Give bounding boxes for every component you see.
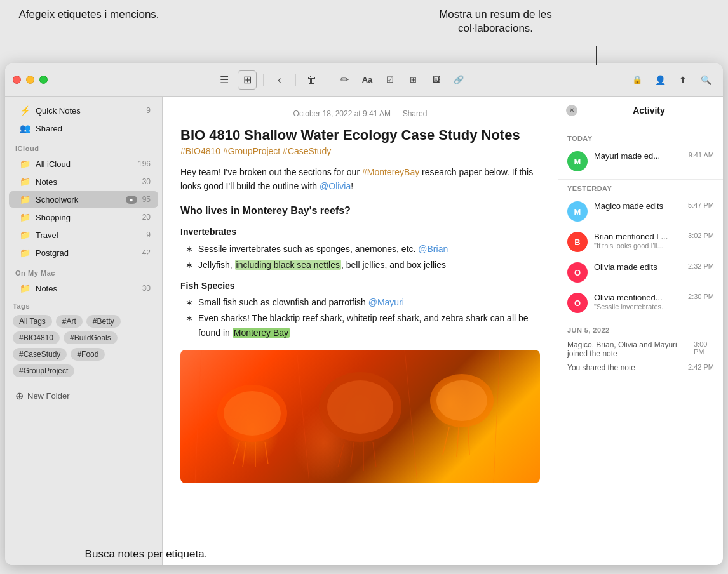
label-notes-icloud: Notes	[36, 177, 140, 187]
mention-montereybay: #MontereyBay	[362, 167, 419, 177]
font-icon[interactable]: Aa	[358, 70, 377, 90]
activity-divider-2	[558, 321, 723, 321]
count-travel: 9	[146, 230, 151, 239]
note-body: Hey team! I've broken out the sections f…	[180, 165, 540, 483]
tags-section: Tags All Tags #Art #Betty #BIO4810 #Buil…	[5, 297, 162, 382]
icloud-section-label: iCloud	[5, 137, 162, 155]
media-icon[interactable]: 🖼	[426, 70, 445, 90]
sidebar-item-label-quick-notes: Quick Notes	[36, 106, 144, 116]
tag-bio4810[interactable]: #BIO4810	[13, 331, 60, 344]
svg-line-2	[233, 442, 239, 464]
back-icon[interactable]: ‹	[270, 70, 289, 90]
bullet-4: ∗	[185, 311, 193, 325]
activity-time-mayuri-today: 9:41 AM	[689, 151, 714, 159]
toolbar-separator-2	[295, 74, 296, 86]
zoom-button[interactable]	[39, 76, 48, 84]
folder-icon-postgrad: 📁	[19, 247, 30, 258]
grid-view-icon[interactable]: ⊞	[238, 70, 257, 90]
today-label: TODAY	[558, 132, 723, 146]
list-item-2: ∗ Jellyfish, including black sea nettles…	[180, 258, 540, 272]
sidebar-item-schoolwork[interactable]: 📁 Schoolwork ● 95	[9, 191, 158, 208]
activity-item-olivia-edits[interactable]: O Olivia made edits 2:32 PM	[558, 257, 723, 288]
label-schoolwork: Schoolwork	[36, 195, 126, 204]
collaborate-icon[interactable]: 👤	[650, 70, 670, 90]
tag-betty[interactable]: #Betty	[86, 315, 121, 328]
count-schoolwork: 95	[142, 195, 151, 204]
folder-icon-travel: 📁	[19, 229, 30, 241]
list-item-2-text: Jellyfish, including black sea nettles, …	[198, 258, 446, 272]
tag-art[interactable]: #Art	[56, 315, 83, 328]
new-folder-label: New Folder	[27, 391, 69, 401]
sidebar-item-travel[interactable]: 📁 Travel 9	[9, 227, 158, 243]
sidebar-item-all-icloud[interactable]: 📁 All iCloud 196	[9, 156, 158, 172]
list-item-3-text: Small fish such as clownfish and parrotf…	[198, 295, 404, 309]
sidebar-item-notes-icloud[interactable]: 📁 Notes 30	[9, 173, 158, 190]
svg-point-13	[436, 380, 487, 421]
share-icon[interactable]: ⬆	[673, 70, 692, 90]
activity-time-magico: 5:47 PM	[688, 201, 714, 209]
note-intro: Hey team! I've broken out the sections f…	[180, 165, 540, 194]
table-icon[interactable]: ⊞	[403, 70, 422, 90]
delete-icon[interactable]: 🗑	[302, 70, 321, 90]
note-area: October 18, 2022 at 9:41 AM — Shared BIO…	[163, 97, 558, 565]
checklist-icon[interactable]: ☑	[381, 70, 400, 90]
activity-text-olivia-edits: Olivia made edits	[594, 262, 682, 272]
svg-line-20	[494, 350, 500, 483]
note-section-reefs: Who lives in Monterey Bay's reefs?	[180, 203, 540, 219]
compose-icon[interactable]: ✏	[335, 70, 354, 90]
new-folder-button[interactable]: ⊕ New Folder	[5, 385, 162, 407]
jun5-label: JUN 5, 2022	[558, 324, 723, 338]
list-view-icon[interactable]: ☰	[215, 70, 234, 90]
sidebar-item-notes-mac[interactable]: 📁 Notes 30	[9, 280, 158, 297]
list-item-4-text: Even sharks! The blacktip reef shark, wh…	[198, 311, 540, 340]
minimize-button[interactable]	[26, 76, 34, 84]
sidebar-item-quick-notes[interactable]: ⚡ Quick Notes 9	[9, 102, 158, 119]
svg-line-11	[373, 442, 376, 467]
svg-line-16	[468, 427, 469, 455]
avatar-magico: M	[567, 201, 588, 222]
link-icon[interactable]: 🔗	[449, 70, 468, 90]
svg-line-3	[243, 442, 246, 467]
toolbar-separator-3	[328, 74, 328, 86]
shared-icon: 👥	[19, 123, 30, 134]
activity-joined-text-1: Magico, Brian, Olivia and Mayuri joined …	[567, 340, 694, 358]
tag-food[interactable]: #Food	[71, 348, 105, 361]
sidebar-item-postgrad[interactable]: 📁 Postgrad 42	[9, 244, 158, 261]
search-icon[interactable]: 🔍	[696, 70, 715, 90]
svg-point-1	[224, 391, 281, 436]
svg-line-9	[351, 442, 354, 467]
sidebar-item-shopping[interactable]: 📁 Shopping 20	[9, 209, 158, 225]
list-item-1-text: Sessile invertebrates such as sponges, a…	[198, 242, 448, 256]
tag-groupproject[interactable]: #GroupProject	[13, 364, 74, 377]
svg-line-17	[195, 350, 201, 483]
tag-all-tags[interactable]: All Tags	[13, 315, 52, 328]
mac-section-label: On My Mac	[5, 262, 162, 279]
folder-icon-notes-mac: 📁	[19, 283, 30, 294]
sidebar-item-shared[interactable]: 👥 Shared	[9, 120, 158, 137]
jellyfish-svg	[180, 350, 540, 483]
activity-item-brian[interactable]: B Brian mentioned L... "If this looks go…	[558, 227, 723, 257]
note-content[interactable]: October 18, 2022 at 9:41 AM — Shared BIO…	[163, 97, 558, 565]
activity-close-button[interactable]: ✕	[566, 105, 577, 116]
tag-casestudy[interactable]: #CaseStudy	[13, 348, 67, 361]
quick-notes-count: 9	[146, 106, 151, 115]
note-title: BIO 4810 Shallow Water Ecology Case Stud…	[180, 127, 540, 144]
new-folder-plus-icon: ⊕	[15, 390, 24, 402]
activity-item-mayuri-today[interactable]: M Mayuri made ed... 9:41 AM	[558, 146, 723, 177]
avatar-olivia-edits: O	[567, 262, 588, 283]
tag-buildgoals[interactable]: #BuildGoals	[64, 331, 118, 344]
traffic-lights	[13, 76, 48, 84]
activity-time-olivia-mentioned: 2:30 PM	[688, 293, 714, 300]
svg-point-7	[327, 380, 393, 434]
sidebar: ⚡ Quick Notes 9 👥 Shared iCloud 📁 All iC…	[5, 97, 163, 565]
activity-item-olivia-mentioned[interactable]: O Olivia mentioned... "Sessile invertebr…	[558, 288, 723, 318]
activity-joined-text-2: You shared the note	[567, 363, 635, 372]
folder-icon-schoolwork: 📁	[19, 194, 30, 205]
bullet-2: ∗	[185, 258, 193, 272]
activity-item-magico[interactable]: M Magico made edits 5:47 PM	[558, 196, 723, 227]
svg-line-5	[265, 442, 268, 464]
lock-icon[interactable]: 🔒	[628, 70, 647, 90]
close-button[interactable]	[13, 76, 21, 84]
label-postgrad: Postgrad	[36, 248, 140, 258]
note-tags: #BIO4810 #GroupProject #CaseStudy	[180, 146, 540, 156]
